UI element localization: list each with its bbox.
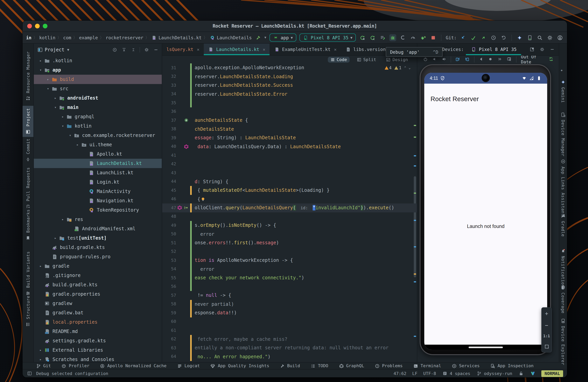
line-separator[interactable]: LF [412,371,418,376]
stripe-bookmarks[interactable]: Bookmarks [22,207,33,243]
breadcrumb-item[interactable]: example [79,35,98,40]
phone-screen[interactable]: 4:11 Rocket Reserver Launch not found [424,73,547,350]
toolwindow-logcat[interactable]: Logcat [177,363,200,369]
tree-item-Scratches-and-Consoles[interactable]: ▸Scratches and Consoles [34,355,162,362]
code-editor[interactable]: 4 1 ⌃⌄ 31apollo.exception. [162,64,417,362]
tree-expanded-chevron[interactable]: ▾ [60,124,66,128]
breadcrumb-item[interactable]: in [26,35,32,40]
tree-item-graphql[interactable]: ▸graphql [34,112,162,121]
zoom-actual-button[interactable]: 1:1 [543,334,550,338]
close-tab-icon[interactable]: ✕ [334,47,336,52]
chevron-down-icon[interactable]: ▼ [264,36,266,39]
lock-icon[interactable] [518,371,524,376]
toolwindow-apollo-normalized-cache[interactable]: Apollo Normalized Cache [100,363,167,369]
apply-code-changes-button[interactable] [379,34,386,41]
view-mode-split[interactable]: Split [354,57,379,63]
power-button[interactable] [422,56,428,63]
screenshot-button[interactable] [506,56,512,63]
rotate-right-button[interactable] [464,56,470,63]
tree-item-AndroidManifest.xml[interactable]: AndroidManifest.xml [34,224,162,233]
tree-expanded-chevron[interactable]: ▾ [53,106,58,109]
toolwindow-profiler[interactable]: Profiler [61,363,89,369]
stripe-device-manager[interactable]: Device Manager [559,110,567,158]
tree-item-.kotlin[interactable]: ▸.kotlin [34,56,162,65]
tree-item-LaunchList.kt[interactable]: LaunchList.kt [34,168,162,177]
volume-down-button[interactable] [432,56,438,63]
git-commit-button[interactable] [470,34,477,41]
tree-expanded-chevron[interactable]: ▾ [45,87,51,91]
layout-icon[interactable] [26,371,32,376]
tree-item-build.gradle.kts[interactable]: build.gradle.kts [34,280,162,289]
tree-item-External-Libraries[interactable]: ▸External Libraries [34,345,162,355]
new-window-icon[interactable] [529,46,535,52]
debug-button[interactable] [389,34,397,41]
tree-item-build.gradle.kts[interactable]: build.gradle.kts [34,243,162,252]
tree-item-gradle.properties[interactable]: gradle.properties [34,289,162,299]
tree-item-TokenRepository[interactable]: TokenRepository [34,205,162,215]
stripe-build-variants[interactable]: Build Variants [22,249,33,298]
git-push-button[interactable] [480,34,487,41]
mirror-device-button[interactable] [526,34,533,41]
rotate-left-button[interactable] [455,56,461,63]
zoom-out-button[interactable]: − [545,322,548,328]
toolwindow-graphql[interactable]: GraphQL [338,363,364,369]
toolwindow-todo[interactable]: TODO [310,363,328,369]
run-config-chip[interactable]: app▼ [269,33,296,42]
tree-item-ui.theme[interactable]: ▸ui.theme [34,140,162,149]
gemini-button[interactable] [516,34,523,41]
tree-collapsed-chevron[interactable]: ▸ [45,77,51,81]
stripe-project[interactable]: Project [22,106,33,137]
view-mode-design[interactable]: Design [384,57,411,63]
tree-collapsed-chevron[interactable]: ▸ [38,348,43,352]
tree-item-MainActivity[interactable]: MainActivity [34,187,162,196]
stripe-pull-requests[interactable]: Pull Requests [22,165,33,212]
tree-item-proguard-rules.pro[interactable]: proguard-rules.pro [34,252,162,261]
next-warning-icon[interactable]: ⌄ [409,66,411,70]
hide-panel-icon[interactable] [153,47,159,53]
zoom-fit-button[interactable] [544,343,549,349]
stripe-structure[interactable]: Structure [22,293,33,330]
tree-item-test[interactable]: ▸test [unitTest] [34,233,162,243]
expand-collapse-icon[interactable] [130,47,136,53]
tree-item-src[interactable]: ▾src [34,84,162,93]
toolwindow-terminal[interactable]: Terminal [413,363,441,369]
caret-position[interactable]: 47:62 [394,371,406,376]
close-window-button[interactable] [27,24,32,28]
toolwindow-app-inspection[interactable]: App Inspection [490,363,534,369]
select-opened-file-icon[interactable] [112,47,117,53]
tree-item-Login.kt[interactable]: Login.kt [34,177,162,187]
close-tab-icon[interactable]: ✕ [263,47,265,52]
tree-collapsed-chevron[interactable]: ▸ [53,96,58,100]
project-panel-title[interactable]: Project [45,47,64,52]
apply-changes-button[interactable]: A [369,34,376,41]
tree-collapsed-chevron[interactable]: ▸ [53,236,58,240]
stripe-coverage[interactable]: Coverage [559,282,567,316]
coverage-button[interactable] [399,34,407,41]
tree-item-Apollo.kt[interactable]: Apollo.kt [34,149,162,159]
profiler-button[interactable] [410,34,417,41]
collapse-all-icon[interactable] [121,47,127,53]
tree-item-main[interactable]: ▾main [34,103,162,112]
tree-collapsed-chevron[interactable]: ▸ [60,217,66,221]
stripe-device-explorer[interactable]: Device Explorer [559,316,567,367]
tree-item-settings.gradle.kts[interactable]: settings.gradle.kts [34,336,162,345]
stripe-gemini[interactable]: Gemini [559,77,567,105]
tree-item-app[interactable]: ▾app [34,65,162,75]
account-button[interactable] [556,34,564,41]
tree-item-.gitignore[interactable]: .gitignore [34,271,162,280]
tree-item-build[interactable]: ▸build [34,75,162,84]
indent-style[interactable]: 4 spaces [442,371,470,376]
nav-recents-button[interactable] [497,56,503,63]
hide-devices-icon[interactable] [549,46,555,52]
editor-tab-LaunchDetails.kt[interactable]: LaunchDetails.kt✕ [204,43,270,55]
rerun-button[interactable] [359,34,366,41]
toolwindow-services[interactable]: Services [451,363,480,369]
options-gear-icon[interactable] [144,47,149,53]
stripe-commit[interactable]: Commit [22,136,33,165]
tree-item-com.example.rocketreserver[interactable]: ▾com.example.rocketreserver [34,131,162,140]
tree-item-LaunchDetails.kt[interactable]: LaunchDetails.kt [34,159,162,168]
breadcrumb-item[interactable]: rocketreserver [105,35,143,40]
tree-expanded-chevron[interactable]: ▾ [38,68,43,72]
tree-item-gradle[interactable]: ▸gradle [34,261,162,271]
stripe-gradle[interactable]: Gradle [559,211,567,239]
